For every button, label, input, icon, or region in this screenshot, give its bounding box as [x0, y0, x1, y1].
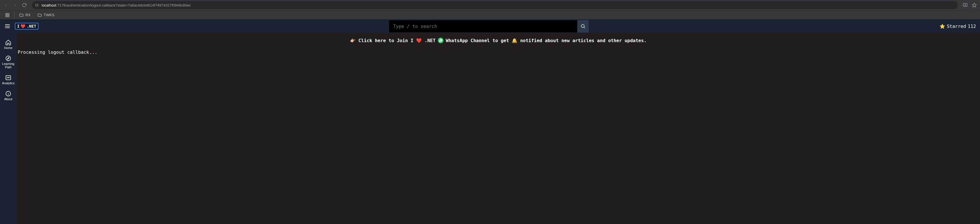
- url-path: :7176/authentication/logout-callback?sta…: [56, 3, 191, 7]
- site-settings-icon[interactable]: [35, 3, 39, 7]
- sidebar-item-label: About: [4, 97, 13, 101]
- sidebar-item-analytics[interactable]: Analytics: [0, 74, 16, 85]
- compass-icon: [5, 55, 11, 62]
- home-icon: [5, 39, 11, 46]
- install-app-icon[interactable]: [963, 2, 968, 8]
- bookmark-folder-rx[interactable]: RX: [17, 12, 33, 18]
- heart-icon: ❤️: [21, 24, 25, 28]
- logo-text: .NET: [27, 24, 36, 28]
- svg-rect-11: [6, 15, 7, 17]
- apps-grid-icon[interactable]: [3, 12, 12, 18]
- browser-toolbar-right: [963, 2, 977, 8]
- svg-point-18: [6, 56, 11, 61]
- logout-status-text: Processing logout callback...: [16, 48, 980, 55]
- banner-text-mid: WhatsApp Channel to get 🔔 notified about…: [446, 38, 647, 43]
- svg-point-16: [581, 24, 584, 28]
- back-button[interactable]: [3, 2, 9, 8]
- bookmark-folder-twks[interactable]: TWKS: [35, 12, 57, 18]
- bookmarks-bar: RX TWKS: [0, 10, 980, 19]
- starred-counter[interactable]: ⭐ Starred 112: [940, 24, 978, 29]
- sidebar-item-about[interactable]: About: [0, 90, 16, 101]
- starred-label: Starred: [947, 24, 966, 29]
- banner-text-pre: 👉🏼 Click here to Join I ❤️ .NET: [350, 38, 436, 43]
- svg-rect-12: [8, 15, 9, 17]
- divider: [14, 13, 14, 17]
- menu-button[interactable]: [2, 21, 13, 31]
- search-container: [38, 20, 940, 32]
- info-icon: [5, 90, 11, 97]
- sidebar-item-label: Analytics: [2, 81, 14, 85]
- bookmark-label: TWKS: [44, 13, 54, 17]
- bookmark-star-icon[interactable]: [972, 2, 977, 8]
- search-button[interactable]: [577, 20, 589, 32]
- sidebar: Home Learning Path Analytics About: [0, 19, 16, 224]
- search-bar: [389, 20, 589, 32]
- chart-icon: [5, 74, 11, 81]
- search-input[interactable]: [389, 20, 577, 32]
- whatsapp-banner[interactable]: 👉🏼 Click here to Join I ❤️ .NET WhatsApp…: [16, 33, 980, 48]
- bookmark-label: RX: [25, 13, 30, 17]
- svg-line-17: [584, 27, 585, 28]
- reload-button[interactable]: [21, 2, 27, 8]
- url-bar[interactable]: localhost:7176/authentication/logout-cal…: [32, 1, 958, 9]
- sidebar-item-home[interactable]: Home: [0, 39, 16, 50]
- url-host: localhost: [41, 3, 56, 7]
- app-header: I ❤️ .NET ⭐ Starred 112: [0, 19, 980, 33]
- app-body: Home Learning Path Analytics About 👉🏼 Cl…: [0, 19, 980, 224]
- sidebar-item-label: Home: [4, 46, 12, 49]
- sidebar-item-learning-path[interactable]: Learning Path: [0, 55, 16, 69]
- svg-marker-19: [7, 57, 9, 59]
- main-content: 👉🏼 Click here to Join I ❤️ .NET WhatsApp…: [16, 19, 980, 224]
- logo-text: I: [17, 24, 19, 28]
- svg-marker-8: [972, 3, 977, 7]
- sidebar-item-label: Learning Path: [0, 62, 16, 69]
- svg-rect-9: [6, 13, 7, 15]
- starred-count: 112: [968, 24, 976, 29]
- whatsapp-icon: [438, 38, 444, 43]
- browser-nav-bar: localhost:7176/authentication/logout-cal…: [0, 0, 980, 10]
- forward-button[interactable]: [12, 2, 18, 8]
- url-text: localhost:7176/authentication/logout-cal…: [41, 3, 191, 7]
- svg-rect-10: [8, 13, 9, 15]
- star-icon: ⭐: [940, 24, 945, 29]
- site-logo[interactable]: I ❤️ .NET: [15, 23, 38, 30]
